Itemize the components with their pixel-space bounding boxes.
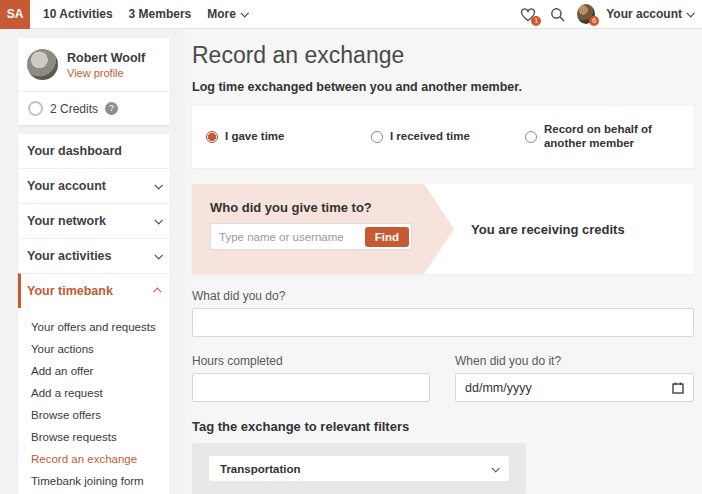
favorites-count-badge: 1 — [531, 16, 541, 26]
sidebar-nav: Your dashboard Your account Your network… — [18, 134, 170, 494]
credits-value: 2 Credits — [50, 102, 98, 116]
filter-selected-value: Transportation — [220, 463, 301, 475]
sidebar-subitem-record-exchange[interactable]: Record an exchange — [18, 448, 170, 470]
page-title: Record an exchange — [192, 42, 694, 69]
main-content: Record an exchange Log time exchanged be… — [185, 29, 702, 494]
page-subtitle: Log time exchanged between you and anoth… — [192, 80, 694, 94]
hours-completed-label: Hours completed — [192, 354, 430, 368]
give-time-question: Who did you give time to? — [210, 200, 412, 215]
nav-members-link[interactable]: 3 Members — [129, 7, 192, 21]
view-profile-link[interactable]: View profile — [67, 67, 145, 79]
radio-icon[interactable] — [525, 131, 537, 143]
sidebar-subitem-offers-requests[interactable]: Your offers and requests — [18, 316, 170, 338]
radio-i-gave-time[interactable]: I gave time — [206, 130, 371, 144]
profile-avatar — [27, 49, 58, 80]
chevron-down-icon — [491, 464, 499, 472]
receiving-credits-text: You are receiving credits — [471, 222, 625, 237]
sidebar-subitem-joining-form[interactable]: Timebank joining form — [18, 470, 170, 492]
sidebar-item-dashboard[interactable]: Your dashboard — [18, 134, 170, 168]
what-did-you-do-input[interactable] — [192, 308, 694, 337]
search-button[interactable] — [548, 5, 566, 23]
credits-help-icon[interactable]: ? — [105, 102, 118, 115]
favorites-button[interactable]: 1 — [519, 5, 537, 23]
sidebar-subitem-add-request[interactable]: Add a request — [18, 382, 170, 404]
account-menu[interactable]: Your account — [606, 7, 693, 21]
member-search-group: Find — [210, 223, 412, 250]
notifications-count-badge: 6 — [589, 16, 599, 26]
calendar-icon[interactable] — [672, 382, 684, 394]
date-input[interactable]: dd/mm/yyyy — [455, 373, 694, 402]
chevron-down-icon — [154, 181, 162, 189]
date-placeholder: dd/mm/yyyy — [465, 381, 532, 395]
give-time-card: Who did you give time to? Find You are r… — [192, 184, 694, 274]
sidebar: Robert Woolf View profile 2 Credits ? Yo… — [0, 29, 185, 494]
chevron-down-icon — [154, 251, 162, 259]
top-navbar: SA 10 Activities 3 Members More 1 6 Your… — [0, 0, 702, 29]
app-logo[interactable]: SA — [0, 0, 30, 29]
radio-icon[interactable] — [371, 131, 383, 143]
hours-completed-input[interactable] — [192, 373, 430, 402]
when-did-you-do-it-label: When did you do it? — [455, 354, 694, 368]
chevron-up-icon — [153, 287, 161, 295]
profile-card: Robert Woolf View profile 2 Credits ? — [18, 38, 170, 125]
filter-select[interactable]: Transportation — [209, 456, 509, 481]
account-avatar[interactable]: 6 — [577, 5, 595, 23]
tag-filters-label: Tag the exchange to relevant filters — [192, 419, 694, 434]
profile-name: Robert Woolf — [67, 51, 145, 65]
timebank-submenu: Your offers and requests Your actions Ad… — [18, 308, 170, 494]
filter-container: Transportation — [192, 443, 526, 494]
nav-activities-link[interactable]: 10 Activities — [43, 7, 113, 21]
sidebar-item-network[interactable]: Your network — [18, 203, 170, 238]
credits-row: 2 Credits ? — [18, 91, 170, 125]
chevron-down-icon — [154, 216, 162, 224]
sidebar-subitem-browse-offers[interactable]: Browse offers — [18, 404, 170, 426]
sidebar-subitem-browse-requests[interactable]: Browse requests — [18, 426, 170, 448]
sidebar-subitem-add-offer[interactable]: Add an offer — [18, 360, 170, 382]
radio-i-received-time[interactable]: I received time — [371, 130, 525, 144]
chevron-down-icon — [686, 9, 694, 17]
sidebar-subitem-actions[interactable]: Your actions — [18, 338, 170, 360]
exchange-type-card: I gave time I received time Record on be… — [192, 106, 694, 168]
radio-record-on-behalf[interactable]: Record on behalf of another member — [525, 123, 680, 151]
radio-selected-icon[interactable] — [206, 131, 218, 143]
give-time-arrow-panel: Who did you give time to? Find — [192, 184, 454, 274]
what-did-you-do-label: What did you do? — [192, 289, 694, 303]
nav-more-menu[interactable]: More — [207, 7, 247, 21]
credits-coin-icon — [28, 101, 43, 116]
sidebar-item-timebank[interactable]: Your timebank — [18, 273, 170, 308]
find-button[interactable]: Find — [365, 227, 409, 247]
sidebar-item-account[interactable]: Your account — [18, 168, 170, 203]
sidebar-item-activities[interactable]: Your activities — [18, 238, 170, 273]
search-icon — [550, 7, 565, 22]
chevron-down-icon — [240, 9, 248, 17]
member-search-input[interactable] — [213, 231, 365, 243]
